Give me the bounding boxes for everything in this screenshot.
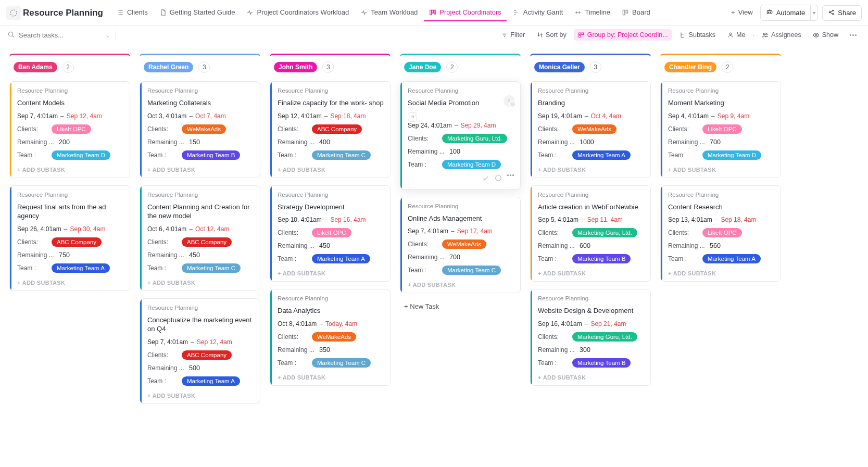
check-icon[interactable] (482, 174, 489, 184)
column-name[interactable]: John Smith (274, 62, 317, 72)
tab-team-workload[interactable]: Team Workload (355, 4, 423, 21)
filter-button[interactable]: Filter (497, 29, 529, 41)
client-pill[interactable]: LikeIt OPC (312, 228, 351, 237)
group-button[interactable]: Group by: Project Coordin... (574, 29, 672, 41)
column-name[interactable]: Chandler Bing (664, 62, 716, 72)
tab-clients[interactable]: Clients (111, 4, 153, 21)
add-subtask-button[interactable]: + ADD SUBTASK (140, 275, 260, 291)
tab-project-coordinators[interactable]: Project Coordinators (424, 4, 507, 21)
team-pill[interactable]: Marketing Team C (312, 358, 371, 368)
automate-button[interactable]: Automate (760, 5, 811, 21)
add-subtask-button[interactable]: + ADD SUBTASK (661, 162, 781, 178)
sort-button[interactable]: Sort by (532, 29, 571, 41)
add-subtask-button[interactable]: + ADD SUBTASK (140, 162, 260, 178)
add-subtask-button[interactable]: + ADD SUBTASK (140, 388, 260, 403)
field-label: Remaining ... (538, 346, 575, 354)
task-card[interactable]: Resource PlanningBrandingSep 19, 4:01am–… (530, 81, 651, 178)
field-label: Clients: (278, 125, 312, 133)
add-subtask-button[interactable]: + ADD SUBTASK (400, 277, 520, 293)
client-pill[interactable]: Marketing Guru, Ltd. (572, 228, 637, 237)
search-input[interactable] (19, 31, 102, 39)
card-breadcrumb: Resource Planning (538, 192, 644, 198)
add-subtask-button[interactable]: + ADD SUBTASK (531, 266, 650, 281)
add-subtask-button[interactable]: + ADD SUBTASK (270, 370, 390, 385)
add-subtask-button[interactable]: + ADD SUBTASK (531, 162, 650, 178)
team-pill[interactable]: Marketing Team B (572, 358, 631, 368)
team-pill[interactable]: Marketing Team C (442, 266, 501, 275)
client-pill[interactable]: LikeIt OPC (52, 124, 91, 134)
task-card[interactable]: Resource PlanningWebsite Design & Develo… (530, 289, 651, 386)
subtasks-button[interactable]: Subtasks (675, 29, 720, 41)
search-chevron-icon[interactable]: ⌵ (106, 32, 109, 38)
client-pill[interactable]: LikeIt OPC (702, 228, 742, 237)
client-pill[interactable]: WeMakeAds (312, 332, 356, 342)
client-pill[interactable]: ABC Company (312, 124, 362, 134)
assignee-avatar[interactable] (504, 95, 515, 107)
client-pill[interactable]: Marketing Guru, Ltd. (442, 134, 507, 143)
task-card[interactable]: Resource PlanningContent ResearchSep 13,… (660, 185, 781, 282)
tab-activity-gantt[interactable]: Activity Gantt (508, 4, 569, 21)
add-view-button[interactable]: + View (726, 4, 758, 21)
client-pill[interactable]: WeMakeAds (572, 124, 617, 134)
team-pill[interactable]: Marketing Team D (52, 150, 110, 160)
client-pill[interactable]: LikeIt OPC (702, 124, 742, 134)
automate-dropdown[interactable]: ▾ (811, 5, 818, 21)
tab-timeline[interactable]: Timeline (569, 4, 615, 21)
add-subtask-button[interactable]: + ADD SUBTASK (270, 162, 390, 178)
page-title: Resource Planning (23, 8, 103, 18)
task-card[interactable]: Resource PlanningData AnalyticsOct 8, 4:… (270, 289, 391, 386)
team-pill[interactable]: Marketing Team C (312, 150, 371, 160)
team-pill[interactable]: Marketing Team C (182, 263, 241, 273)
task-card[interactable]: Resource PlanningContent ModelsSep 7, 4:… (9, 81, 130, 178)
add-subtask-button[interactable]: + ADD SUBTASK (10, 275, 130, 291)
team-pill[interactable]: Marketing Team A (182, 376, 240, 386)
team-pill[interactable]: Marketing Team D (702, 150, 761, 160)
add-subtask-button[interactable]: + ADD SUBTASK (270, 266, 390, 281)
team-pill[interactable]: Marketing Team A (702, 254, 761, 263)
show-button[interactable]: Show (809, 29, 842, 41)
task-card[interactable]: Resource PlanningMoment MarketingSep 4, … (660, 81, 781, 178)
me-button[interactable]: Me (723, 29, 749, 41)
task-card[interactable]: Resource PlanningMarketing CollateralsOc… (140, 81, 260, 178)
add-subtask-button[interactable]: + ADD SUBTASK (531, 370, 650, 385)
task-card[interactable]: Resource PlanningRequest final arts from… (9, 185, 130, 291)
team-pill[interactable]: Marketing Team A (52, 263, 110, 273)
client-pill[interactable]: Marketing Guru, Ltd. (572, 332, 637, 342)
people-icon (762, 32, 769, 39)
add-subtask-button[interactable]: + ADD SUBTASK (661, 266, 781, 281)
more-icon[interactable] (507, 174, 514, 184)
assignees-button[interactable]: Assignees (758, 29, 806, 41)
column-name[interactable]: Ben Adams (14, 62, 57, 72)
column-name[interactable]: Monica Geller (534, 62, 585, 72)
share-button[interactable]: Share (822, 5, 862, 21)
more-button[interactable] (846, 32, 861, 38)
team-pill[interactable]: Marketing Team A (312, 254, 370, 263)
add-subtask-button[interactable]: + ADD SUBTASK (10, 162, 130, 178)
column-name[interactable]: Rachel Green (144, 62, 193, 72)
client-pill[interactable]: ABC Company (182, 237, 232, 247)
client-pill[interactable]: WeMakeAds (182, 124, 226, 134)
team-pill[interactable]: Marketing Team B (572, 254, 631, 263)
tab-project-coordinators-workload[interactable]: Project Coordinators Workload (241, 4, 354, 21)
task-card[interactable]: Resource PlanningSocial Media PromotionS… (400, 81, 521, 190)
team-pill[interactable]: Marketing Team B (182, 150, 240, 160)
new-task-button[interactable]: + New Task (400, 300, 521, 312)
remaining-row: Remaining ...450 (278, 242, 384, 249)
team-pill[interactable]: Marketing Team A (572, 150, 631, 160)
circle-icon[interactable] (495, 174, 502, 184)
task-card[interactable]: Resource PlanningArticle creation in Web… (530, 185, 651, 282)
link-icon[interactable] (408, 112, 417, 122)
task-card[interactable]: Resource PlanningOnline Ads ManagementSe… (400, 197, 521, 294)
team-pill[interactable]: Marketing Team D (442, 160, 501, 169)
tab-getting-started-guide[interactable]: Getting Started Guide (154, 4, 241, 21)
task-card[interactable]: Resource PlanningConceptualize the marke… (140, 298, 260, 404)
tab-board[interactable]: Board (617, 4, 656, 21)
task-card[interactable]: Resource PlanningContent Planning and Cr… (140, 185, 260, 291)
client-pill[interactable]: WeMakeAds (442, 239, 486, 249)
task-card[interactable]: Resource PlanningStrategy DevelopmentSep… (270, 185, 391, 282)
task-card[interactable]: Resource PlanningFinalize capacity for t… (270, 81, 391, 178)
client-pill[interactable]: ABC Company (52, 237, 102, 247)
client-pill[interactable]: ABC Company (182, 350, 232, 360)
remaining-row: Remaining ...100 (408, 148, 514, 155)
column-name[interactable]: Jane Doe (404, 62, 441, 72)
